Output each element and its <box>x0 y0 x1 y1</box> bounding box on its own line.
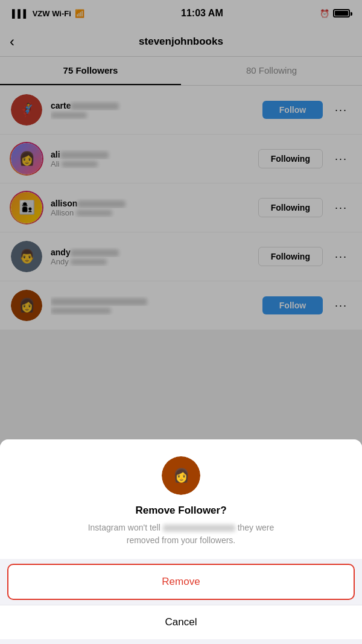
modal-sheet: 👩 Remove Follower? Instagram won't tell … <box>0 439 362 644</box>
modal-desc-blurred <box>163 524 235 532</box>
modal-description: Instagram won't tell they wereremoved fr… <box>14 521 348 547</box>
modal-actions: Remove Cancel <box>0 564 362 639</box>
modal-body: 👩 Remove Follower? Instagram won't tell … <box>0 439 362 559</box>
modal-title: Remove Follower? <box>14 505 348 517</box>
modal-avatar: 👩 <box>162 456 200 495</box>
modal-overlay: 👩 Remove Follower? Instagram won't tell … <box>0 0 362 644</box>
remove-button[interactable]: Remove <box>7 564 355 600</box>
cancel-button[interactable]: Cancel <box>0 605 362 639</box>
